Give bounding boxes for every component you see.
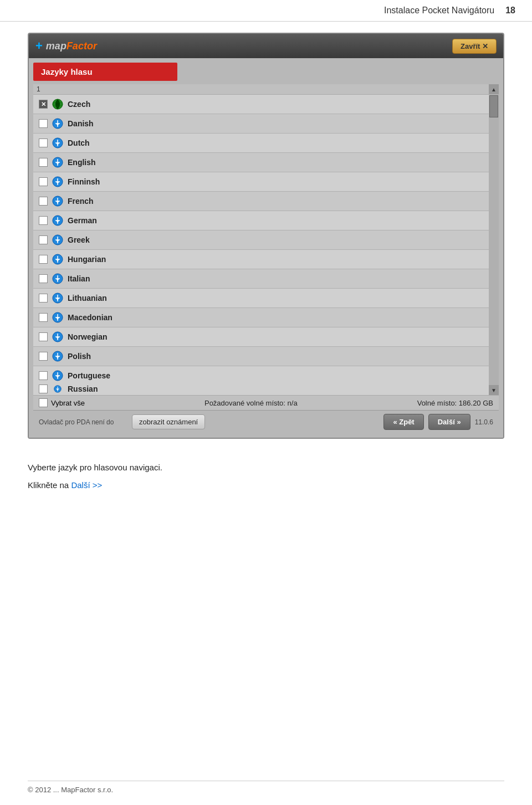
scrollbar-thumb[interactable] [489, 95, 498, 117]
bottom-toolbar: Ovladač pro PDA není do zobrazit oznámen… [33, 410, 499, 433]
app-logo: + mapFactor [35, 39, 97, 53]
page-title: Instalace Pocket Navigátoru [384, 6, 494, 16]
page-header: Instalace Pocket Navigátoru 18 [0, 0, 532, 22]
show-notice-button[interactable]: zobrazit oznámení [132, 414, 205, 429]
checkbox-lithuanian[interactable] [39, 294, 48, 302]
language-name: Italian [68, 274, 90, 283]
checkbox-hungarian[interactable] [39, 255, 48, 264]
row-number-bar: 1 [33, 84, 489, 95]
language-name: Finninsh [68, 177, 100, 186]
app-topbar: + mapFactor Zavřít ✕ [29, 34, 503, 58]
scrollbar-track [489, 94, 499, 385]
checkbox-english[interactable] [39, 158, 48, 167]
required-space-text: Požadované volné místo: n/a [94, 399, 408, 407]
download-icon-partial [52, 385, 63, 393]
select-all-checkbox[interactable] [39, 398, 48, 407]
checkbox-x-icon: ✕ [41, 101, 46, 108]
language-name: Czech [68, 100, 90, 109]
checkbox-norwegian[interactable] [39, 332, 48, 341]
next-button[interactable]: Další » [428, 414, 470, 430]
language-list: ✕ Czech [33, 95, 489, 383]
flag-icon [52, 99, 63, 110]
description-line1: Vyberte jazyk pro hlasovou navigaci. [28, 461, 504, 474]
version-text: 11.0.6 [475, 418, 493, 426]
language-name: English [68, 158, 96, 167]
description-line2-prefix: Klikněte na [28, 480, 71, 490]
checkbox-greek[interactable] [39, 235, 48, 244]
checkbox-portuguese[interactable] [39, 371, 48, 380]
app-window: + mapFactor Zavřít ✕ Jazyky hlasu 1 [28, 33, 504, 439]
section-header: Jazyky hlasu [33, 63, 177, 81]
logo-text: mapFactor [46, 40, 97, 52]
language-name: Lithuanian [68, 294, 107, 302]
logo-map: map [46, 40, 66, 52]
list-item[interactable]: ✕ Czech [33, 95, 489, 114]
close-button[interactable]: Zavřít ✕ [452, 39, 497, 54]
language-name: Hungarian [68, 255, 106, 264]
download-icon [52, 157, 63, 168]
scrollbar-up-button[interactable]: ▲ [489, 84, 499, 94]
checkbox-polish[interactable] [39, 352, 48, 361]
download-icon [52, 254, 63, 265]
download-icon [52, 196, 63, 207]
download-icon [52, 331, 63, 342]
checkbox-russian[interactable] [39, 384, 48, 393]
list-item[interactable]: French [33, 192, 489, 211]
download-icon [52, 273, 63, 284]
language-name: Macedonian [68, 313, 112, 322]
list-item[interactable]: Finninsh [33, 172, 489, 192]
list-item[interactable]: Danish [33, 114, 489, 134]
page-footer: © 2012 ... MapFactor s.r.o. [28, 781, 504, 794]
language-name: Norwegian [68, 332, 108, 341]
list-item[interactable]: Greek [33, 230, 489, 250]
status-bar: Vybrat vše Požadované volné místo: n/a V… [33, 395, 499, 410]
checkbox-danish[interactable] [39, 119, 48, 128]
list-item[interactable]: English [33, 153, 489, 172]
list-item[interactable]: Macedonian [33, 308, 489, 327]
select-all-label: Vybrat vše [51, 399, 85, 407]
language-name-partial: Russian [68, 384, 98, 393]
footer-text: © 2012 ... MapFactor s.r.o. [28, 786, 113, 794]
download-icon [52, 137, 63, 148]
list-scrollbar: ▲ ▼ [489, 84, 499, 395]
logo-plus-icon: + [35, 39, 43, 53]
language-name: Polish [68, 352, 91, 361]
list-item[interactable]: German [33, 211, 489, 230]
language-name: Portuguese [68, 371, 110, 380]
list-item[interactable]: Norwegian [33, 327, 489, 347]
download-icon [52, 215, 63, 226]
list-item-partial[interactable]: Russian [33, 383, 489, 395]
download-icon [52, 176, 63, 187]
list-item[interactable]: Polish [33, 347, 489, 366]
list-item[interactable]: Dutch [33, 134, 489, 153]
page-number: 18 [505, 6, 515, 16]
language-name: Dutch [68, 139, 90, 147]
checkbox-czech[interactable]: ✕ [39, 100, 48, 109]
list-item[interactable]: Hungarian [33, 250, 489, 269]
description-section: Vyberte jazyk pro hlasovou navigaci. Kli… [28, 455, 504, 507]
download-icon [52, 351, 63, 362]
scrollbar-down-button[interactable]: ▼ [489, 385, 499, 395]
checkbox-italian[interactable] [39, 274, 48, 283]
download-icon [52, 293, 63, 304]
language-name: French [68, 197, 94, 206]
main-content: + mapFactor Zavřít ✕ Jazyky hlasu 1 [0, 22, 532, 519]
row-number-value: 1 [37, 85, 40, 93]
download-icon [52, 234, 63, 245]
checkbox-dutch[interactable] [39, 139, 48, 147]
list-item[interactable]: Lithuanian [33, 289, 489, 308]
driver-text: Ovladač pro PDA není do [39, 418, 127, 426]
checkbox-finninsh[interactable] [39, 177, 48, 186]
list-item[interactable]: Portuguese [33, 366, 489, 383]
checkbox-french[interactable] [39, 197, 48, 206]
checkbox-german[interactable] [39, 216, 48, 225]
dalsi-link[interactable]: Další >> [71, 480, 102, 490]
language-name: Greek [68, 235, 90, 244]
back-button[interactable]: « Zpět [383, 414, 423, 430]
checkbox-macedonian[interactable] [39, 313, 48, 322]
logo-factor: Factor [66, 40, 97, 52]
free-space-text: Volné místo: 186.20 GB [417, 399, 493, 407]
list-item[interactable]: Italian [33, 269, 489, 289]
download-icon [52, 312, 63, 323]
language-list-container: 1 ✕ [33, 84, 499, 395]
